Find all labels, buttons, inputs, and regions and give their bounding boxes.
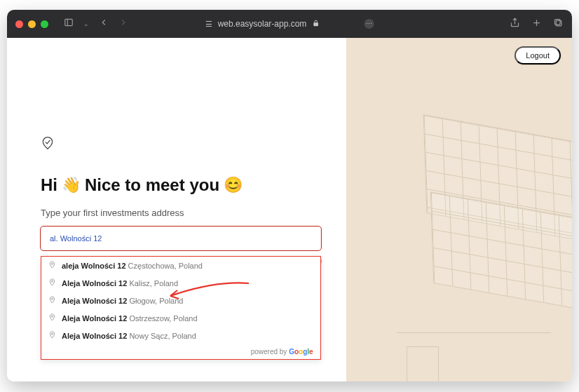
pin-icon (48, 313, 56, 323)
suggestion-rest: Częstochowa, Poland (126, 262, 203, 270)
titlebar: ⌄ ☰ web.easysolar-app.com ⋯ (7, 10, 572, 38)
smile-emoji-icon: 😊 (224, 176, 243, 194)
google-logo-text: Google (289, 348, 313, 356)
suggestion-bold: Aleja Wolności 12 (62, 332, 127, 340)
suggestion-bold: aleja Wolności 12 (62, 262, 126, 270)
site-settings-icon[interactable]: ☰ (205, 20, 212, 29)
suggestion-row[interactable]: Aleja Wolności 12 Nowy Sącz, Poland (41, 327, 320, 344)
illustration-pane: Logout (346, 38, 572, 381)
lock-icon (312, 19, 319, 29)
left-pane: Hi 👋 Nice to meet you 😊 Type your first … (7, 38, 346, 381)
tabs-overview-icon[interactable] (553, 18, 564, 31)
svg-point-9 (51, 298, 53, 299)
suggestion-row[interactable]: Aleja Wolności 12 Ostrzeszow, Poland (41, 309, 320, 327)
new-tab-icon[interactable] (531, 18, 542, 31)
house-illustration (397, 297, 551, 381)
fullscreen-window-button[interactable] (41, 20, 48, 28)
reader-pill-icon[interactable]: ⋯ (364, 19, 374, 29)
suggestion-bold: Aleja Wolności 12 (62, 314, 127, 323)
minimize-window-button[interactable] (28, 20, 36, 28)
pin-icon (48, 278, 56, 288)
svg-rect-0 (65, 19, 73, 25)
svg-point-10 (51, 316, 53, 317)
suggestion-rest: Nowy Sącz, Poland (127, 332, 196, 340)
suggestion-rest: Kalisz, Poland (127, 279, 178, 288)
wave-emoji-icon: 👋 (62, 176, 81, 194)
pin-icon (48, 296, 56, 305)
share-icon[interactable] (510, 18, 520, 31)
address-input[interactable] (41, 227, 321, 250)
address-bar[interactable]: ☰ web.easysolar-app.com ⋯ (205, 19, 374, 29)
browser-window: ⌄ ☰ web.easysolar-app.com ⋯ (7, 10, 572, 381)
forward-button[interactable] (118, 18, 128, 30)
autocomplete-dropdown: aleja Wolności 12 Częstochowa, Poland Al… (41, 256, 321, 360)
headline-part2: Nice to meet you (85, 175, 219, 195)
pin-icon (48, 331, 56, 340)
suggestion-row[interactable]: aleja Wolności 12 Częstochowa, Poland (41, 257, 320, 274)
page-title: Hi 👋 Nice to meet you 😊 (41, 175, 321, 195)
svg-rect-6 (555, 19, 561, 25)
page-content: Hi 👋 Nice to meet you 😊 Type your first … (7, 38, 572, 381)
suggestion-row[interactable]: Aleja Wolności 12 Kalisz, Poland (41, 274, 320, 292)
suggestion-rest: Głogow, Poland (127, 297, 183, 305)
pin-icon (48, 261, 56, 270)
suggestion-row[interactable]: Aleja Wolności 12 Głogow, Poland (41, 292, 320, 309)
location-pin-icon (41, 136, 321, 153)
address-search: elp aleja Wolności 12 Częstochowa, Polan… (41, 227, 321, 250)
headline-part1: Hi (41, 175, 57, 195)
back-button[interactable] (99, 18, 109, 30)
suggestion-bold: Aleja Wolności 12 (62, 279, 127, 288)
powered-by-google: powered by Google (41, 344, 320, 359)
svg-point-8 (51, 281, 53, 282)
suggestion-rest: Ostrzeszow, Poland (127, 314, 197, 323)
svg-point-7 (51, 263, 53, 264)
suggestion-bold: Aleja Wolności 12 (62, 297, 127, 305)
chevron-down-icon[interactable]: ⌄ (83, 20, 89, 27)
close-window-button[interactable] (15, 20, 23, 28)
sidebar-toggle-icon[interactable] (64, 18, 74, 30)
logout-button[interactable]: Logout (515, 46, 561, 65)
url-text: web.easysolar-app.com (218, 19, 307, 29)
window-controls (15, 20, 48, 28)
subheading: Type your first investments address (41, 208, 321, 218)
svg-rect-5 (556, 20, 561, 26)
svg-point-11 (51, 333, 53, 334)
